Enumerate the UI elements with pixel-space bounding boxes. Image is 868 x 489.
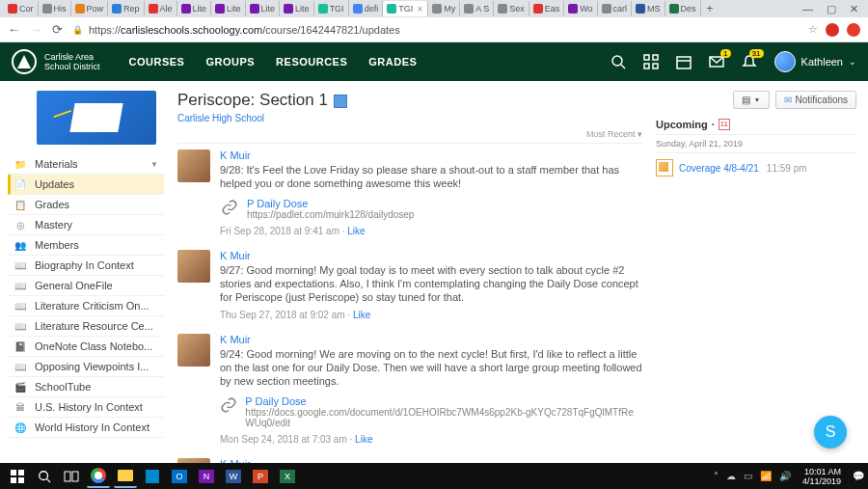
nav-resources[interactable]: RESOURCES	[276, 56, 347, 68]
browser-tab[interactable]: A S	[460, 1, 494, 16]
like-button[interactable]: Like	[347, 226, 365, 236]
battery-tray-icon[interactable]: ▭	[744, 471, 752, 481]
back-button[interactable]: ←	[8, 22, 20, 37]
browser-tab[interactable]: defi	[349, 1, 384, 16]
attachment-title[interactable]: P Daily Dose	[247, 198, 414, 209]
browser-tab[interactable]: Lite	[211, 1, 246, 16]
svg-rect-4	[644, 64, 649, 68]
task-view-icon[interactable]	[60, 465, 83, 488]
ext-abp-icon[interactable]	[847, 23, 860, 37]
onedrive-tray-icon[interactable]: ☁	[726, 471, 736, 481]
browser-tab[interactable]: Des	[665, 1, 701, 16]
sidebar-item-label: Updates	[35, 178, 74, 190]
sidebar-item-literature-resource-ce[interactable]: 📖Literature Resource Ce...	[8, 316, 164, 337]
browser-tab[interactable]: Rep	[108, 1, 145, 16]
district-logo[interactable]	[12, 49, 37, 74]
window-maximize[interactable]: ▢	[827, 3, 836, 15]
user-menu[interactable]: Kathleen ⌄	[774, 51, 856, 72]
schoology-float-button[interactable]: S	[814, 416, 847, 448]
calendar-icon[interactable]	[676, 54, 692, 69]
forward-button[interactable]: →	[30, 22, 42, 37]
browser-tab[interactable]: Lite	[246, 1, 281, 16]
browser-tab[interactable]: Lite	[177, 1, 212, 16]
view-toggle-button[interactable]: ▤▼	[733, 91, 770, 109]
post-avatar[interactable]	[177, 250, 210, 283]
sort-dropdown[interactable]: Most Recent ▾	[177, 123, 642, 144]
browser-tab[interactable]: Pow	[71, 1, 109, 16]
like-button[interactable]: Like	[353, 310, 370, 320]
browser-tab[interactable]: My	[428, 1, 460, 16]
course-image[interactable]	[37, 91, 156, 145]
sidebar-item-members[interactable]: 👥Members	[8, 235, 164, 256]
upcoming-link[interactable]: Coverage 4/8-4/21	[679, 163, 759, 174]
browser-tab[interactable]: TGI	[314, 1, 349, 16]
apps-grid-icon[interactable]	[643, 54, 659, 69]
sidebar-item-general-onefile[interactable]: 📖General OneFile	[8, 276, 164, 296]
word-icon[interactable]: W	[222, 465, 245, 488]
tray-up-icon[interactable]: ˄	[714, 471, 719, 481]
browser-tab[interactable]: MS	[632, 1, 665, 16]
post-avatar[interactable]	[177, 334, 210, 367]
sidebar-item-opposing-viewpoints-i[interactable]: 📖Opposing Viewpoints I...	[8, 357, 164, 377]
search-icon[interactable]	[610, 54, 626, 69]
store-icon[interactable]	[141, 465, 164, 488]
wifi-tray-icon[interactable]: 📶	[760, 471, 772, 481]
post-avatar[interactable]	[177, 149, 210, 182]
post-author[interactable]: K Muir	[220, 250, 251, 261]
excel-icon[interactable]: X	[276, 465, 299, 488]
browser-tab[interactable]: TGI✕	[383, 1, 428, 16]
post-author[interactable]: K Muir	[220, 149, 251, 161]
attachment-title[interactable]: P Daily Dose	[245, 395, 642, 407]
sidebar-item-updates[interactable]: 📄Updates	[8, 175, 164, 195]
upcoming-item[interactable]: Coverage 4/8-4/21 11:59 pm	[656, 153, 856, 182]
browser-tab[interactable]: carl	[598, 1, 633, 16]
outlook-icon[interactable]: O	[168, 465, 191, 488]
browser-tab[interactable]: Eas	[529, 1, 565, 16]
attachment-url[interactable]: https://padlet.com/muirk128/dailydosep	[247, 209, 414, 220]
sidebar-item-biography-in-context[interactable]: 📖Biography In Context	[8, 256, 164, 276]
attachment-url[interactable]: https://docs.google.com/document/d/1OEHO…	[245, 407, 642, 428]
nav-courses[interactable]: COURSES	[129, 56, 185, 68]
new-tab-button[interactable]: +	[701, 2, 719, 15]
url-box[interactable]: 🔒 https://carlisleschools.schoology.com/…	[72, 24, 799, 36]
sidebar-item-literature-criticism-on[interactable]: 📖Literature Criticism On...	[8, 296, 164, 316]
bell-icon[interactable]: 31	[742, 54, 757, 69]
sidebar-item-materials[interactable]: 📁Materials▼	[8, 154, 164, 175]
nav-grades[interactable]: GRADES	[368, 56, 417, 68]
sidebar-item-grades[interactable]: 📋Grades	[8, 195, 164, 215]
like-button[interactable]: Like	[355, 434, 372, 445]
notification-tray-icon[interactable]: 💬	[853, 471, 864, 481]
browser-tab[interactable]: Cor	[4, 1, 39, 16]
browser-tab[interactable]: Wo	[564, 1, 597, 16]
chrome-taskbar-icon[interactable]	[87, 465, 110, 488]
sidebar-item-schooltube[interactable]: 🎬SchoolTube	[8, 377, 164, 397]
close-icon[interactable]: ✕	[417, 5, 423, 14]
file-explorer-icon[interactable]	[114, 465, 137, 488]
taskbar-clock[interactable]: 10:01 AM 4/11/2019	[799, 467, 845, 486]
volume-tray-icon[interactable]: 🔊	[779, 471, 791, 481]
sidebar-item-u-s-history-in-context[interactable]: 🏛U.S. History In Context	[8, 397, 164, 418]
browser-tab[interactable]: Lite	[280, 1, 314, 16]
browser-tab[interactable]: His	[39, 1, 71, 16]
post-timestamp: Fri Sep 28, 2018 at 9:41 am	[220, 226, 339, 236]
search-taskbar-icon[interactable]	[33, 465, 56, 488]
bookmark-star-icon[interactable]: ☆	[808, 23, 818, 36]
window-close[interactable]: ✕	[850, 3, 858, 15]
nav-groups[interactable]: GROUPS	[205, 56, 255, 68]
start-button[interactable]	[6, 465, 29, 488]
ext-red-icon[interactable]	[826, 23, 839, 37]
sidebar-item-world-history-in-context[interactable]: 🌐World History In Context	[8, 418, 164, 438]
browser-tab[interactable]: Sex	[494, 1, 529, 16]
sidebar-item-mastery[interactable]: ◎Mastery	[8, 215, 164, 235]
sidebar-item-onenote-class-notebo[interactable]: 📓OneNote Class Notebo...	[8, 337, 164, 357]
powerpoint-icon[interactable]: P	[249, 465, 272, 488]
calendar-icon[interactable]: 11	[719, 119, 730, 130]
onenote-icon[interactable]: N	[195, 465, 218, 488]
post-author[interactable]: K Muir	[220, 334, 251, 345]
reload-button[interactable]: ⟳	[52, 22, 63, 37]
browser-tab[interactable]: Ale	[145, 1, 177, 16]
school-link[interactable]: Carlisle High School	[177, 113, 264, 123]
mail-icon[interactable]: 1	[709, 54, 724, 69]
notifications-button[interactable]: ✉ Notifications	[775, 91, 856, 109]
window-minimize[interactable]: —	[802, 3, 813, 15]
